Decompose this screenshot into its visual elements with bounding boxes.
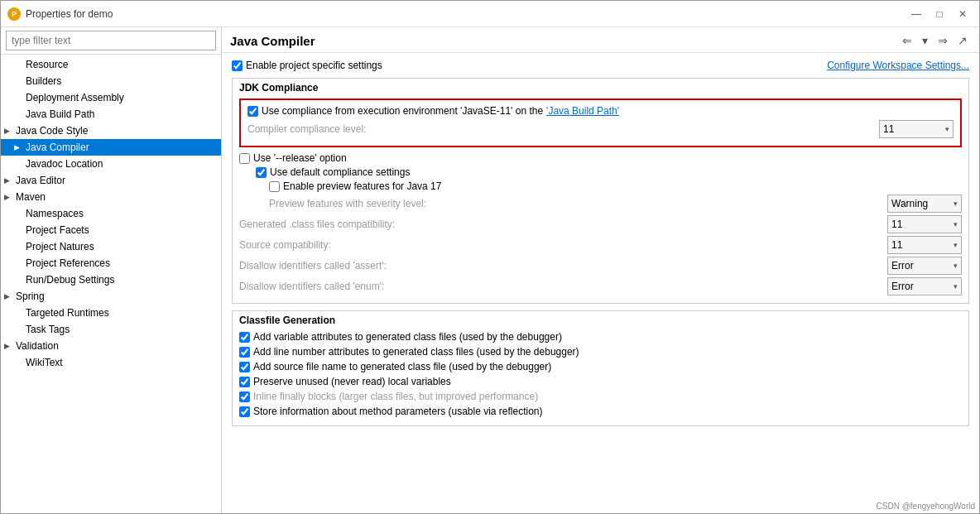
configure-workspace-link[interactable]: Configure Workspace Settings...: [827, 60, 969, 71]
preview-features-level-row: Preview features with severity level: Wa…: [239, 195, 962, 213]
sidebar-item-label: Maven: [16, 191, 46, 203]
enable-preview-features-checkbox[interactable]: [269, 181, 280, 192]
sidebar-item-label: Project References: [26, 257, 110, 269]
classfile-item-1: Add line number attributes to generated …: [239, 346, 962, 358]
title-bar: P Properties for demo — □ ✕: [1, 1, 979, 27]
classfile-item-4: Inline finally blocks (larger class file…: [239, 391, 962, 402]
use-release-label[interactable]: Use '--release' option: [239, 152, 347, 164]
sidebar-item-spring[interactable]: ▶ Spring: [1, 288, 221, 305]
compiler-compliance-value: 11: [883, 123, 894, 135]
sidebar-item-run-debug-settings[interactable]: Run/Debug Settings: [1, 271, 221, 288]
dropdown-button[interactable]: ▾: [919, 32, 931, 49]
disallow-enum-label: Disallow identifiers called 'enum':: [239, 281, 887, 292]
sidebar-item-project-natures[interactable]: Project Natures: [1, 238, 221, 255]
sidebar-item-label: Validation: [16, 340, 59, 352]
sidebar-item-label: Targeted Runtimes: [26, 307, 109, 319]
generated-class-files-row: Generated .class files compatibility: 11…: [239, 215, 962, 233]
sidebar-item-label: Java Build Path: [26, 108, 94, 120]
sidebar-item-targeted-runtimes[interactable]: Targeted Runtimes: [1, 305, 221, 321]
preview-features-level-dropdown[interactable]: Warning ▾: [887, 195, 962, 213]
sidebar-item-project-facets[interactable]: Project Facets: [1, 222, 221, 238]
sidebar-item-java-compiler[interactable]: ▶ Java Compiler: [1, 139, 221, 156]
compiler-compliance-dropdown[interactable]: 11 ▾: [879, 120, 954, 138]
classfile-item-2: Add source file name to generated class …: [239, 361, 962, 372]
expand-arrow-icon: ▶: [4, 193, 14, 201]
dropdown-arrow-icon: ▾: [954, 262, 958, 270]
dropdown-arrow-icon: ▾: [954, 282, 958, 291]
enable-project-settings-text: Enable project specific settings: [246, 60, 382, 71]
close-button[interactable]: ✕: [953, 4, 973, 24]
forward-button[interactable]: ⇒: [934, 32, 951, 49]
disallow-enum-dropdown[interactable]: Error ▾: [887, 277, 962, 295]
sidebar-item-label: Spring: [16, 291, 45, 302]
sidebar-item-wikitext[interactable]: WikiText: [1, 354, 221, 371]
source-compatibility-row: Source compatibility: 11 ▾: [239, 236, 962, 254]
sidebar-item-project-references[interactable]: Project References: [1, 255, 221, 271]
classfile-checkbox-4[interactable]: [239, 392, 250, 402]
classfile-item-0: Add variable attributes to generated cla…: [239, 331, 962, 343]
sidebar-item-label: Java Compiler: [26, 142, 89, 153]
source-compatibility-dropdown[interactable]: 11 ▾: [887, 236, 962, 254]
sidebar-item-label: Namespaces: [26, 208, 84, 219]
use-default-compliance-label[interactable]: Use default compliance settings: [256, 166, 410, 178]
disallow-assert-dropdown[interactable]: Error ▾: [887, 257, 962, 275]
sidebar-item-builders[interactable]: Builders: [1, 73, 221, 89]
sidebar-item-namespaces[interactable]: Namespaces: [1, 205, 221, 222]
minimize-button[interactable]: —: [906, 4, 926, 24]
content-body: Enable project specific settings Configu…: [222, 53, 979, 514]
sidebar-item-label: WikiText: [26, 357, 63, 368]
sidebar-item-javadoc-location[interactable]: Javadoc Location: [1, 156, 221, 172]
sidebar-item-java-editor[interactable]: ▶ Java Editor: [1, 172, 221, 189]
use-release-text: Use '--release' option: [253, 152, 347, 164]
sidebar-item-label: Project Natures: [26, 241, 94, 252]
search-box: [1, 27, 221, 55]
classfile-checkbox-2[interactable]: [239, 362, 250, 372]
sidebar-item-label: Project Facets: [26, 224, 89, 236]
expand-arrow-icon: ▶: [4, 127, 14, 135]
sidebar-item-java-code-style[interactable]: ▶ Java Code Style: [1, 122, 221, 139]
disallow-enum-value: Error: [891, 281, 914, 292]
main-layout: Resource Builders Deployment Assembly Ja…: [1, 27, 979, 514]
use-compliance-label[interactable]: Use compliance from execution environmen…: [247, 105, 619, 117]
sidebar-item-label: Task Tags: [26, 324, 70, 335]
window-controls: — □ ✕: [906, 4, 973, 24]
search-input[interactable]: [6, 31, 216, 50]
classfile-checkbox-0[interactable]: [239, 332, 250, 343]
expand-button[interactable]: ↗: [954, 32, 971, 49]
compiler-compliance-label: Compiler compliance level:: [247, 123, 879, 135]
watermark: CSDN @fengyehongWorld: [877, 502, 975, 511]
use-compliance-text1: Use compliance from execution environmen…: [262, 105, 543, 117]
sidebar-item-task-tags[interactable]: Task Tags: [1, 321, 221, 338]
enable-preview-features-label[interactable]: Enable preview features for Java 17: [269, 180, 441, 192]
sidebar-item-label: Resource: [26, 59, 68, 70]
back-button[interactable]: ⇐: [899, 32, 915, 49]
classfile-item-5: Store information about method parameter…: [239, 406, 962, 417]
enable-project-settings-label[interactable]: Enable project specific settings: [232, 60, 382, 71]
classfile-checkbox-3[interactable]: [239, 377, 250, 387]
sidebar-item-deployment-assembly[interactable]: Deployment Assembly: [1, 89, 221, 106]
disallow-assert-value: Error: [891, 260, 914, 271]
use-default-compliance-checkbox[interactable]: [256, 167, 267, 178]
classfile-checkbox-1[interactable]: [239, 347, 250, 358]
dropdown-arrow-icon: ▾: [954, 199, 958, 208]
maximize-button[interactable]: □: [930, 4, 949, 24]
generated-class-files-label: Generated .class files compatibility:: [239, 219, 887, 230]
disallow-enum-row: Disallow identifiers called 'enum': Erro…: [239, 277, 962, 295]
disallow-assert-label: Disallow identifiers called 'assert':: [239, 260, 887, 271]
generated-class-files-value: 11: [891, 219, 902, 230]
sidebar-item-resource[interactable]: Resource: [1, 56, 221, 73]
classfile-checkbox-5[interactable]: [239, 406, 250, 417]
use-release-checkbox[interactable]: [239, 153, 250, 164]
sidebar-item-maven[interactable]: ▶ Maven: [1, 189, 221, 205]
use-compliance-checkbox[interactable]: [247, 106, 258, 117]
jdk-compliance-section: JDK Compliance Use compliance from execu…: [232, 78, 969, 304]
java-build-path-link[interactable]: 'Java Build Path': [546, 105, 619, 117]
content-area: Java Compiler ⇐ ▾ ⇒ ↗ Enable project spe…: [222, 27, 979, 514]
source-compatibility-value: 11: [891, 239, 902, 251]
dropdown-arrow-icon: ▾: [954, 220, 958, 228]
generated-class-files-dropdown[interactable]: 11 ▾: [887, 215, 962, 233]
enable-project-settings-checkbox[interactable]: [232, 60, 243, 71]
sidebar-item-java-build-path[interactable]: Java Build Path: [1, 106, 221, 122]
app-icon: P: [7, 7, 21, 21]
sidebar-item-validation[interactable]: ▶ Validation: [1, 338, 221, 354]
